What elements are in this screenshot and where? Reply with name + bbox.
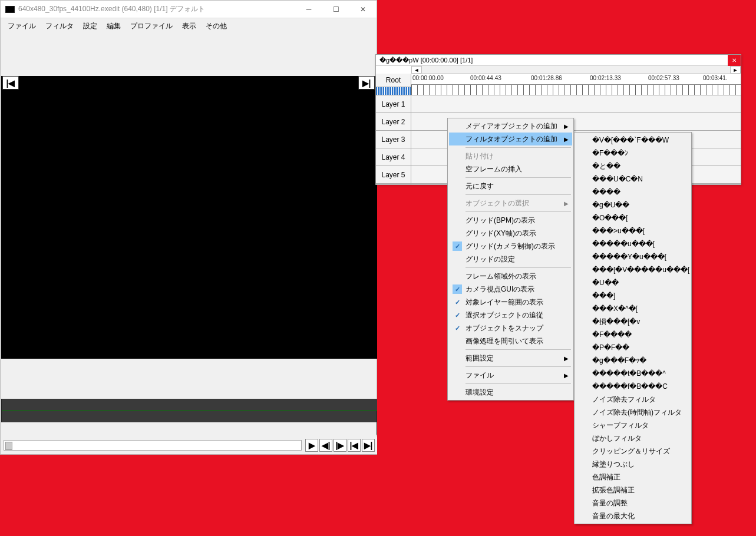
- close-button[interactable]: ✕: [349, 1, 377, 18]
- context-item[interactable]: フィルタオブジェクトの追加▶: [449, 133, 572, 145]
- context-item[interactable]: 環境設定: [449, 386, 572, 399]
- submenu-item[interactable]: ぼかしフィルタ: [576, 432, 690, 445]
- root-button[interactable]: Root: [376, 74, 411, 87]
- step-fwd-button[interactable]: |▶: [334, 439, 346, 452]
- submenu-item[interactable]: �F���ﾝ: [576, 147, 690, 160]
- context-item[interactable]: グリッド(BPM)の表示: [449, 214, 572, 227]
- submenu-item[interactable]: �V�[���`F���W: [576, 134, 690, 147]
- submenu-item[interactable]: �����f�B���C: [576, 380, 690, 393]
- submenu-item[interactable]: �����t�B���^: [576, 367, 690, 380]
- submenu-item[interactable]: 音量の調整: [576, 497, 690, 509]
- submenu-item[interactable]: ���U�C�N: [576, 173, 690, 186]
- submenu-item[interactable]: シャープフィルタ: [576, 419, 690, 432]
- check-icon: ✓: [453, 310, 462, 320]
- submenu-arrow-icon: ▶: [564, 200, 569, 207]
- context-label: カメラ視点GUIの表示: [466, 284, 534, 295]
- goto-start-button[interactable]: |◀: [2, 76, 19, 90]
- context-item[interactable]: メディアオブジェクトの追加▶: [449, 120, 572, 133]
- context-item[interactable]: グリッド(XY軸)の表示: [449, 227, 572, 240]
- scrubber[interactable]: [4, 440, 302, 451]
- ruler-tick: 00:02:13.33: [590, 75, 621, 81]
- submenu-item[interactable]: 拡張色調補正: [576, 484, 690, 497]
- scroll-left-icon[interactable]: ◄: [411, 66, 422, 74]
- context-label: 選択オブジェクトの追従: [466, 310, 543, 320]
- submenu-item[interactable]: ���>u���[: [576, 224, 690, 237]
- submenu-item[interactable]: �U��: [576, 276, 690, 289]
- context-item[interactable]: ✓オブジェクトをスナップ: [449, 322, 572, 335]
- layer-label[interactable]: Layer 4: [376, 148, 411, 166]
- submenu-item[interactable]: �����Y�u���[: [576, 250, 690, 263]
- submenu-item[interactable]: �と��: [576, 160, 690, 173]
- submenu-item[interactable]: クリッピング＆リサイズ: [576, 445, 690, 458]
- context-label: グリッド(カメラ制御)の表示: [466, 241, 555, 252]
- context-item[interactable]: ✓選択オブジェクトの追従: [449, 309, 572, 322]
- layer-column: Root Layer 1 Layer 2 Layer 3 Layer 4 Lay…: [376, 74, 411, 184]
- play-button[interactable]: ▶: [305, 439, 318, 452]
- context-label: グリッド(XY軸)の表示: [466, 229, 536, 239]
- submenu-item[interactable]: �g���F�ｯ�: [576, 354, 690, 367]
- submenu-item[interactable]: ���]: [576, 289, 690, 302]
- timeline-hscroll[interactable]: ◄ ►: [411, 66, 741, 74]
- context-item[interactable]: 元に戻す: [449, 180, 572, 193]
- submenu-item[interactable]: �g�U��: [576, 198, 690, 211]
- menu-settings[interactable]: 設定: [78, 19, 102, 34]
- timeline-close-button[interactable]: ✕: [728, 55, 741, 66]
- submenu-item[interactable]: ノイズ除去フィルタ: [576, 393, 690, 406]
- track-row[interactable]: [411, 95, 741, 113]
- submenu-item[interactable]: 色調補正: [576, 471, 690, 484]
- layer-label[interactable]: Layer 1: [376, 95, 411, 113]
- minimize-button[interactable]: ─: [295, 1, 322, 18]
- context-label: 貼り付け: [466, 151, 494, 161]
- submenu-item[interactable]: �O���[: [576, 211, 690, 224]
- submenu-item[interactable]: �損���[�v: [576, 315, 690, 328]
- scroll-right-icon[interactable]: ►: [730, 66, 741, 74]
- layer-label[interactable]: Layer 2: [376, 113, 411, 131]
- context-label: フィルタオブジェクトの追加: [466, 134, 557, 144]
- titlebar[interactable]: 640x480_30fps_44100Hz.exedit (640,480) […: [1, 1, 377, 18]
- context-label: 空フレームの挿入: [466, 164, 522, 174]
- submenu-item[interactable]: ノイズ除去(時間軸)フィルタ: [576, 406, 690, 419]
- menu-view[interactable]: 表示: [177, 19, 201, 34]
- submenu-item[interactable]: ����: [576, 186, 690, 198]
- submenu-item[interactable]: �F����: [576, 328, 690, 341]
- maximize-button[interactable]: ☐: [322, 1, 349, 18]
- menu-profile[interactable]: プロファイル: [126, 19, 177, 34]
- context-item[interactable]: ✓対象レイヤー範囲の表示: [449, 296, 572, 309]
- submenu-item[interactable]: 音量の最大化: [576, 509, 690, 522]
- submenu-item[interactable]: ���[�V�����u���[: [576, 263, 690, 276]
- submenu-item[interactable]: ���X�^�[: [576, 302, 690, 315]
- context-item[interactable]: ✓グリッド(カメラ制御)の表示: [449, 240, 572, 253]
- submenu-item[interactable]: 縁塗りつぶし: [576, 458, 690, 471]
- timeline-titlebar[interactable]: �g���pW [00:00:00.00] [1/1] ✕: [376, 55, 741, 66]
- layer-label[interactable]: Layer 3: [376, 131, 411, 148]
- step-back-button[interactable]: ◀|: [319, 439, 332, 452]
- waveform[interactable]: [1, 399, 377, 422]
- zoom-indicator[interactable]: [376, 87, 411, 95]
- submenu-item[interactable]: �����u���[: [576, 237, 690, 250]
- context-item[interactable]: 画像処理を間引いて表示: [449, 335, 572, 348]
- context-label: ファイル: [466, 370, 494, 381]
- context-item[interactable]: フレーム領域外の表示: [449, 270, 572, 283]
- timeline-ruler[interactable]: 00:00:00.00 00:00:44.43 00:01:28.86 00:0…: [411, 74, 741, 95]
- context-item[interactable]: 範囲設定▶: [449, 352, 572, 365]
- context-item[interactable]: ファイル▶: [449, 369, 572, 382]
- menu-edit[interactable]: 編集: [102, 19, 126, 34]
- context-item[interactable]: 空フレームの挿入: [449, 163, 572, 176]
- menu-other[interactable]: その他: [201, 19, 232, 34]
- context-item: 貼り付け: [449, 150, 572, 163]
- app-icon: [5, 6, 15, 13]
- preview-area[interactable]: [1, 76, 377, 359]
- layer-label[interactable]: Layer 5: [376, 166, 411, 184]
- timeline-title: �g���pW [00:00:00.00] [1/1]: [379, 57, 473, 64]
- filter-submenu: �V�[���`F���W�F���ﾝ�と�����U�C�N�����g�U�…: [574, 132, 692, 524]
- menu-filter[interactable]: フィルタ: [41, 19, 78, 34]
- jump-start-button[interactable]: |◀: [348, 439, 361, 452]
- context-item[interactable]: グリッドの設定: [449, 253, 572, 266]
- submenu-arrow-icon: ▶: [564, 355, 569, 362]
- jump-end-button[interactable]: ▶|: [362, 439, 375, 452]
- submenu-item[interactable]: �P�F��: [576, 341, 690, 354]
- goto-end-button[interactable]: ▶|: [358, 76, 375, 90]
- context-item[interactable]: ✓カメラ視点GUIの表示: [449, 283, 572, 296]
- menu-file[interactable]: ファイル: [3, 19, 41, 34]
- ruler-tick: 00:00:00.00: [412, 75, 444, 81]
